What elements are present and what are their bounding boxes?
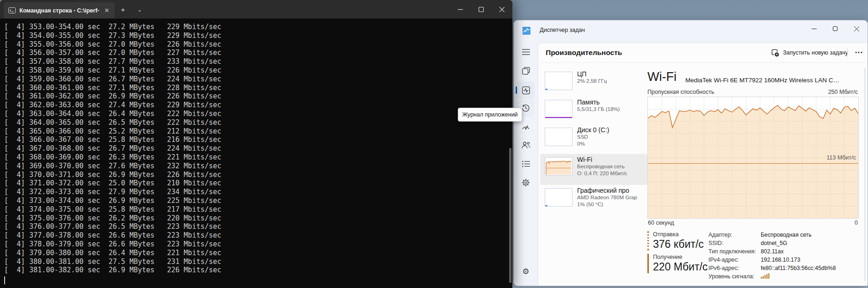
tm-maximize-button[interactable]	[825, 21, 846, 37]
more-options-button[interactable]: •••	[852, 46, 867, 60]
detail-value: fe80::af11:75b3:56cc:45db%8	[761, 265, 836, 273]
detail-label: IPv6-адрес:	[708, 265, 761, 273]
terminal-cursor	[4, 276, 5, 284]
perf-sub2: 1% (50 °C)	[577, 201, 637, 208]
detail-label: Уровень сигнала:	[708, 273, 761, 282]
terminal-tab[interactable]: Командная строка - C:\iperf- ✕	[4, 2, 115, 18]
perf-sub2: О: 0,4 П: 220 Мбит/с	[577, 170, 627, 177]
run-new-task-button[interactable]: Запустить новую задачу	[769, 46, 851, 60]
panel-divider	[538, 62, 868, 63]
tm-minimize-button[interactable]	[803, 21, 825, 37]
close-icon	[854, 26, 859, 31]
x-axis-left-label: 60 секунд	[648, 220, 674, 226]
perf-sub1: 2% 2,58 ГГц	[577, 78, 607, 85]
hamburger-menu-button[interactable]	[517, 43, 535, 61]
nav-details[interactable]	[517, 155, 535, 172]
new-task-icon	[771, 49, 779, 57]
detail-label: SSID:	[708, 240, 761, 248]
perf-sub2: 0%	[577, 141, 609, 147]
terminal-scrollbar-thumb[interactable]	[509, 148, 511, 283]
receive-value: 220 Мбит/с	[653, 261, 708, 273]
header-divider	[847, 48, 848, 58]
minimize-icon	[812, 26, 817, 31]
perf-thumbnail	[545, 128, 573, 146]
hamburger-icon	[522, 49, 530, 55]
performance-list: ЦП 2% 2,58 ГГц Память 5,5/31,3 ГБ (18%) …	[540, 68, 647, 213]
new-tab-button[interactable]: +	[117, 4, 129, 16]
terminal-window: Командная строка - C:\iperf- ✕ + ⌄ [ 4] …	[0, 0, 512, 288]
detail-row: IPv4-адрес: 192.168.10.173	[708, 257, 836, 265]
detail-label: Тип подключения:	[708, 248, 761, 257]
send-value: 376 кбит/с	[653, 238, 704, 251]
startup-apps-icon	[522, 123, 530, 130]
terminal-titlebar[interactable]: Командная строка - C:\iperf- ✕ + ⌄	[0, 0, 512, 18]
users-icon	[522, 141, 530, 149]
detail-value: 192.168.10.173	[761, 257, 800, 265]
tm-close-button[interactable]	[846, 21, 867, 37]
settings-button[interactable]: ⚙	[517, 263, 535, 280]
history-icon	[522, 104, 530, 112]
performance-list-item-disk[interactable]: Диск 0 (C:) SSD 0%	[540, 124, 647, 154]
services-icon	[522, 178, 530, 187]
detail-value	[761, 273, 770, 282]
perf-thumbnail	[545, 72, 573, 90]
receive-label: Получение	[653, 254, 708, 260]
iperf-output-text: [ 4] 353.00-354.00 sec 27.2 MBytes 229 M…	[0, 18, 512, 275]
cmd-icon	[8, 7, 16, 13]
perf-name: Диск 0 (C:)	[577, 126, 609, 134]
perf-name: Wi-Fi	[577, 156, 627, 163]
perf-texts: ЦП 2% 2,58 ГГц	[577, 70, 607, 97]
reference-line-label: 113 Мбит/с	[740, 154, 856, 161]
terminal-minimize-button[interactable]	[450, 0, 471, 18]
detail-label: IPv4-адрес:	[708, 257, 761, 265]
nav-processes[interactable]	[517, 62, 535, 80]
performance-list-item-cpu[interactable]: ЦП 2% 2,58 ГГц	[540, 68, 647, 97]
app-history-tooltip: Журнал приложений	[458, 108, 522, 122]
performance-icon	[522, 86, 530, 94]
detail-row: IPv6-адрес: fe80::af11:75b3:56cc:45db%8	[708, 265, 836, 273]
tm-navigation-rail: ⚙	[514, 43, 538, 286]
perf-name: Память	[577, 98, 620, 106]
performance-list-item-mem[interactable]: Память 5,5/31,3 ГБ (18%)	[540, 97, 647, 124]
performance-list-item-gpu[interactable]: Графический про AMD Radeon 780M Grap 1% …	[540, 185, 647, 213]
selected-indicator	[516, 86, 517, 94]
perf-name: Графический про	[577, 187, 637, 194]
terminal-output[interactable]: [ 4] 353.00-354.00 sec 27.2 MBytes 229 M…	[0, 18, 512, 288]
detail-row: Адаптер: Беспроводная сеть	[708, 232, 836, 240]
settings-gear-icon: ⚙	[522, 267, 529, 276]
tab-dropdown-chevron-icon[interactable]: ⌄	[133, 4, 146, 16]
tm-scrollbar[interactable]	[864, 68, 866, 281]
send-label: Отправка	[653, 231, 704, 238]
terminal-maximize-button[interactable]	[471, 0, 492, 18]
perf-texts: Диск 0 (C:) SSD 0%	[577, 126, 609, 154]
ellipsis-icon: •••	[855, 49, 863, 55]
detail-value: 802.11ax	[761, 248, 784, 257]
detail-value: dotnet_5G	[761, 240, 787, 248]
perf-sub1: SSD	[577, 134, 609, 141]
perf-texts: Память 5,5/31,3 ГБ (18%)	[577, 98, 620, 124]
detail-row: Уровень сигнала:	[708, 273, 836, 282]
task-manager-window: Диспетчер задач	[513, 20, 868, 286]
wifi-section-title: Wi-Fi	[647, 70, 677, 84]
perf-sub1: 5,5/31,3 ГБ (18%)	[577, 106, 620, 113]
tooltip-text: Журнал приложений	[462, 111, 517, 118]
performance-list-item-wifi[interactable]: Wi-Fi Беспроводная сеть О: 0,4 П: 220 Мб…	[540, 154, 647, 185]
tm-titlebar[interactable]: Диспетчер задач	[514, 20, 868, 43]
perf-thumbnail	[545, 157, 573, 176]
perf-thumbnail	[545, 188, 573, 207]
tm-window-title: Диспетчер задач	[540, 27, 585, 33]
detail-row: SSID: dotnet_5G	[708, 240, 836, 248]
nav-performance[interactable]	[517, 81, 535, 99]
page-title: Производительность	[546, 49, 622, 57]
send-stat: Отправка 376 кбит/с	[647, 231, 704, 251]
close-icon	[499, 7, 505, 12]
tab-close-icon[interactable]: ✕	[103, 6, 111, 15]
terminal-close-button[interactable]	[492, 0, 512, 18]
details-icon	[522, 161, 530, 167]
wifi-adapter-name: MediaTek Wi-Fi 6E MT7922 160MHz Wireless…	[685, 77, 858, 84]
nav-users[interactable]	[517, 136, 535, 154]
detail-value: Беспроводная сеть	[761, 232, 812, 240]
perf-thumbnail	[545, 100, 573, 118]
nav-services[interactable]	[517, 174, 535, 191]
task-manager-app-icon	[523, 27, 530, 35]
